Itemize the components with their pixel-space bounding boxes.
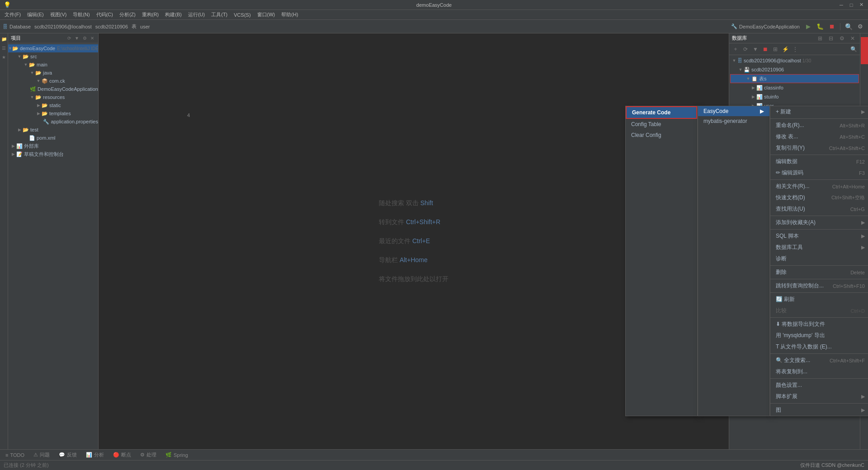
ctx-colorset[interactable]: 颜色设置...: [770, 380, 868, 391]
ctx-editsrc[interactable]: ✏ 编辑源码 F3: [770, 167, 868, 179]
menu-tools[interactable]: 工具(T): [208, 10, 230, 19]
tree-item-main[interactable]: ▼ 📂 main: [8, 61, 98, 69]
db-settings-btn[interactable]: ⚙: [837, 34, 846, 43]
db-item-database[interactable]: ▼ 💾 scdb20210906: [729, 65, 860, 74]
db-expand-btn[interactable]: ⊞: [816, 34, 825, 43]
menu-window[interactable]: 窗口(W): [255, 10, 278, 19]
db-table-btn[interactable]: ⊞: [771, 45, 780, 54]
ctx-scriptext[interactable]: 脚本扩展 ▶: [770, 391, 868, 402]
ctx-compare[interactable]: 比较 Ctrl+D: [770, 305, 868, 316]
ctx-fulltext[interactable]: 🔍 全文搜索... Ctrl+Alt+Shift+F: [770, 355, 868, 366]
ctx-new[interactable]: + 新建 ▶: [770, 106, 868, 118]
generate-code-menu: Generate Code Config Table Clear Config: [625, 106, 698, 416]
sync-btn[interactable]: ⟳: [66, 35, 72, 42]
ctx-jumpconsole[interactable]: 跳转到查询控制台... Ctrl+Shift+F10: [770, 280, 868, 291]
tab-todo[interactable]: ≡ TODO: [4, 451, 26, 459]
menu-file[interactable]: 文件(F): [2, 10, 24, 19]
tree-item-templates[interactable]: ▶ 📂 templates: [8, 109, 98, 118]
tree-item-test[interactable]: ▶ 📂 test: [8, 126, 98, 134]
db-filter-btn[interactable]: ▼: [751, 45, 760, 54]
ctx-editdata[interactable]: 编辑数据 F12: [770, 156, 868, 167]
ctx-diagnose[interactable]: 诊断: [770, 253, 868, 264]
ctx-quickdoc[interactable]: 快速文档(D) Ctrl+Shift+空格: [770, 192, 868, 203]
ctx-related[interactable]: 相关文件(R)... Ctrl+Alt+Home: [770, 181, 868, 192]
tree-item-comck[interactable]: ▼ 📦 com.ck: [8, 77, 98, 85]
menu-vcs[interactable]: VCS(S): [231, 11, 253, 19]
tab-problems[interactable]: ⚠ 问题: [32, 451, 52, 459]
hide-btn[interactable]: ✕: [89, 35, 95, 42]
db-collapse-btn[interactable]: ⊟: [826, 34, 835, 43]
gear-btn[interactable]: ⚙: [81, 35, 88, 42]
menu-view[interactable]: 视图(V): [47, 10, 70, 19]
db-add-btn[interactable]: +: [731, 45, 740, 54]
db-hide-btn[interactable]: ✕: [848, 34, 857, 43]
tree-item-pom[interactable]: 📄 pom.xml: [8, 134, 98, 142]
expand-btn[interactable]: ▼: [74, 35, 80, 42]
ctx-importdata[interactable]: T 从文件导入数据 (E)...: [770, 341, 868, 352]
ctx-dbtools[interactable]: 数据库工具 ▶: [770, 242, 868, 253]
tree-item-external[interactable]: ▶ 📊 外部库: [8, 142, 98, 150]
structure-icon-btn[interactable]: ☰: [0, 44, 8, 52]
ctx-bookmark[interactable]: 添加到收藏夹(A) ▶: [770, 217, 868, 228]
db-item-tables-folder[interactable]: ▼ 📋 表s: [730, 74, 859, 83]
db-item-stuinfo[interactable]: ▶ 📊 stuinfo: [729, 92, 860, 101]
ctx-rename[interactable]: 重命名(R)... Alt+Shift+R: [770, 120, 868, 131]
stop-button[interactable]: ⏹: [827, 22, 837, 32]
tree-item-scratches[interactable]: ▶ 📝 草稿文件和控制台: [8, 150, 98, 158]
menu-code[interactable]: 代码(C): [94, 10, 116, 19]
tree-item-DemoApp[interactable]: 🌿 DemoEasyCodeApplication: [8, 85, 98, 93]
debug-button[interactable]: 🐛: [815, 22, 825, 32]
ctx-delete[interactable]: 删除 Delete: [770, 267, 868, 278]
analysis-icon: 📊: [86, 452, 92, 458]
db-more-btn[interactable]: ⋮: [791, 45, 800, 54]
menu-item-easycode[interactable]: EasyCode ▶: [698, 106, 769, 116]
db-item-connection[interactable]: ▼ 🗄 scdb20210906@localhost 1/30: [729, 56, 860, 65]
menu-run[interactable]: 运行(U): [185, 10, 208, 19]
ctx-copyref[interactable]: 复制引用(Y) Ctrl+Alt+Shift+C: [770, 142, 868, 154]
db-item-classinfo[interactable]: ▶ 📊 classinfo: [729, 83, 860, 92]
tree-item-java[interactable]: ▼ 📂 java: [8, 69, 98, 77]
menu-navigate[interactable]: 导航(N): [70, 10, 92, 19]
db-stop-btn[interactable]: ⏹: [761, 45, 770, 54]
breadcrumb-tables: 表: [132, 23, 137, 30]
menu-item-mybatis[interactable]: mybatis-generator: [698, 116, 769, 126]
ctx-mysqldump[interactable]: 用 'mysqldump' 导出: [770, 330, 868, 341]
menu-edit[interactable]: 编辑(E): [24, 10, 47, 19]
minimize-button[interactable]: ─: [838, 2, 844, 8]
tree-item-src[interactable]: ▼ 📂 src: [8, 52, 98, 61]
close-button[interactable]: ✕: [858, 2, 864, 8]
ctx-sqlscript[interactable]: SQL 脚本 ▶: [770, 230, 868, 242]
maximize-button[interactable]: □: [848, 2, 854, 8]
run-button[interactable]: ▶: [803, 22, 813, 32]
sep11: [770, 378, 868, 379]
tab-process[interactable]: ⚙ 处理: [138, 451, 158, 459]
ctx-diagram[interactable]: 图 ▶: [770, 404, 868, 416]
menu-refactor[interactable]: 重构(R): [139, 10, 161, 19]
db-filter2-btn[interactable]: 🔍: [849, 45, 858, 54]
tree-item-resources[interactable]: ▼ 📂 resources: [8, 93, 98, 101]
ctx-findusage[interactable]: 查找用法(U) Ctrl+G: [770, 203, 868, 215]
search-button[interactable]: 🔍: [844, 22, 854, 32]
ctx-exportdata[interactable]: ⬇ 将数据导出到文件: [770, 319, 868, 330]
settings-button[interactable]: ⚙: [855, 22, 865, 32]
menu-analyze[interactable]: 分析(Z): [117, 10, 138, 19]
ctx-modify[interactable]: 修改 表... Alt+Shift+C: [770, 131, 868, 142]
menu-item-config-table[interactable]: Config Table: [626, 119, 697, 130]
tab-feedback[interactable]: 💬 反馈: [57, 451, 79, 459]
project-icon-btn[interactable]: 📁: [0, 35, 8, 42]
tree-item-static[interactable]: ▶ 📂 static: [8, 101, 98, 109]
tab-spring[interactable]: 🌿 Spring: [164, 451, 190, 459]
menu-build[interactable]: 构建(B): [162, 10, 184, 19]
menu-item-generate-code[interactable]: Generate Code: [626, 106, 697, 119]
menu-help[interactable]: 帮助(H): [278, 10, 301, 19]
menu-item-clear-config[interactable]: Clear Config: [626, 130, 697, 141]
ctx-copytable[interactable]: 将表复制到...: [770, 366, 868, 377]
tree-item-appprops[interactable]: 🔧 application.properties: [8, 118, 98, 126]
bookmarks-icon-btn[interactable]: ★: [0, 53, 8, 61]
tab-analysis[interactable]: 📊 分析: [84, 451, 106, 459]
tree-item-demoEasyCode[interactable]: ▼ 📂 demoEasyCode E:\school\IntelliJ IDEA…: [8, 44, 98, 52]
db-refresh-btn[interactable]: ⟳: [741, 45, 750, 54]
tab-breakpoints[interactable]: 🔴 断点: [111, 451, 133, 459]
db-query-btn[interactable]: ⚡: [781, 45, 790, 54]
ctx-refresh[interactable]: 🔄 刷新: [770, 294, 868, 305]
